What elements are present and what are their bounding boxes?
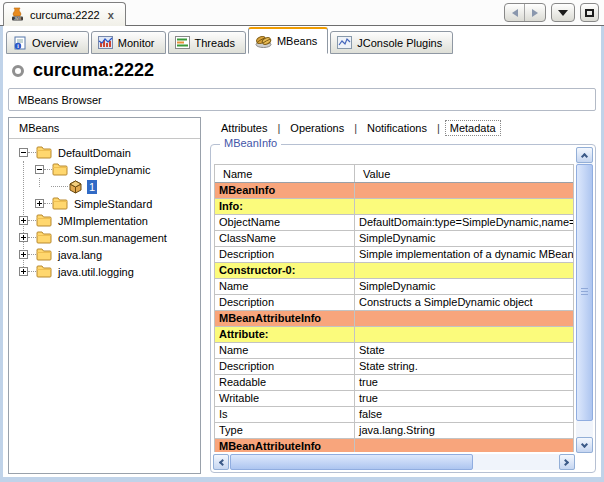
cell-value: false	[355, 407, 573, 422]
folder-icon	[36, 214, 52, 227]
table-row[interactable]: Info:	[215, 199, 573, 215]
table-row[interactable]: Readabletrue	[215, 375, 573, 391]
tree-branch-line	[44, 169, 52, 170]
tree-item-label[interactable]: SimpleStandard	[72, 197, 154, 211]
table-row[interactable]: Isfalse	[215, 407, 573, 423]
column-header-value[interactable]: Value	[355, 165, 573, 182]
tree-branch-line	[28, 220, 36, 221]
table-row[interactable]: NameSimpleDynamic	[215, 279, 573, 295]
scroll-left-button[interactable]	[213, 454, 229, 470]
mbean-detail-panel: Attributes|Operations|Notifications|Meta…	[207, 117, 599, 474]
cell-value: Simple implementation of a dynamic MBean…	[355, 247, 573, 262]
window-controls	[504, 3, 599, 22]
scroll-up-button[interactable]	[576, 147, 593, 163]
expand-icon[interactable]	[19, 267, 28, 276]
tab-label: JConsole Plugins	[357, 37, 442, 49]
table-row[interactable]: Constructor-0:	[215, 263, 573, 279]
detail-tab-metadata[interactable]: Metadata	[445, 120, 501, 136]
table-row[interactable]: ClassNameSimpleDynamic	[215, 231, 573, 247]
table-row[interactable]: DescriptionState string.	[215, 359, 573, 375]
tree-item-com-sun-management[interactable]: com.sun.management	[9, 229, 200, 246]
main-tab-bar: iOverviewMonitorThreadsMBeansJConsole Pl…	[6, 27, 455, 54]
tree-item-label[interactable]: 1	[87, 180, 97, 194]
mdi-tab-strip: JMX curcuma:2222 x	[0, 0, 604, 26]
chevron-up-icon	[581, 153, 588, 160]
tree-branch-line	[28, 254, 36, 255]
tree-item-java-lang[interactable]: java.lang	[9, 246, 200, 263]
mdi-tab-title: curcuma:2222	[30, 9, 100, 21]
tree-item-label[interactable]: java.lang	[56, 248, 104, 262]
scroll-right-button[interactable]	[559, 454, 575, 470]
expand-icon[interactable]	[19, 233, 28, 242]
tab-jconsole-plugins[interactable]: JConsole Plugins	[330, 31, 453, 54]
tree-item-label[interactable]: JMImplementation	[56, 214, 150, 228]
chevron-down-icon	[558, 10, 568, 16]
tree-item-jmimplementation[interactable]: JMImplementation	[9, 212, 200, 229]
vertical-scrollbar[interactable]	[576, 147, 593, 453]
table-row[interactable]: ObjectNameDefaultDomain:type=SimpleDynam…	[215, 215, 573, 231]
table-row[interactable]: MBeanAttributeInfo	[215, 439, 573, 452]
column-header-name[interactable]: Name	[215, 165, 355, 182]
chevron-left-icon	[219, 458, 226, 465]
mbeaninfo-box: MBeanInfo Name Value MBeanInfoInfo:Objec…	[210, 144, 596, 473]
table-row[interactable]: NameState	[215, 343, 573, 359]
cell-value: true	[355, 375, 573, 390]
expand-icon[interactable]	[19, 250, 28, 259]
detail-tab-attributes[interactable]: Attributes	[216, 120, 272, 136]
cell-name: Info:	[215, 199, 355, 214]
collapse-icon[interactable]	[35, 165, 44, 174]
cell-value: State string.	[355, 359, 573, 374]
cell-value: SimpleDynamic	[355, 279, 573, 294]
table-row[interactable]: MBeanAttributeInfo	[215, 311, 573, 327]
tree-item-simpledynamic[interactable]: SimpleDynamic	[9, 161, 200, 178]
cell-value: State	[355, 343, 573, 358]
collapse-icon[interactable]	[19, 148, 28, 157]
scroll-down-button[interactable]	[576, 437, 593, 453]
detail-tab-bar: Attributes|Operations|Notifications|Meta…	[207, 117, 599, 139]
expand-icon[interactable]	[19, 216, 28, 225]
detail-tab-notifications[interactable]: Notifications	[362, 120, 432, 136]
table-row[interactable]: Writabletrue	[215, 391, 573, 407]
mbeans-icon	[255, 34, 272, 48]
navigation-buttons	[504, 3, 546, 22]
tree-item-java-util-logging[interactable]: java.util.logging	[9, 263, 200, 280]
table-row[interactable]: DescriptionSimple implementation of a dy…	[215, 247, 573, 263]
horizontal-scrollbar-thumb[interactable]	[230, 454, 473, 470]
back-button[interactable]	[505, 4, 525, 21]
vertical-scrollbar-thumb[interactable]	[576, 164, 593, 421]
folder-icon	[36, 146, 52, 159]
tree-item-label[interactable]: DefaultDomain	[56, 146, 133, 160]
horizontal-scrollbar[interactable]	[213, 454, 575, 470]
tab-label: Monitor	[118, 37, 155, 49]
restore-menu-button[interactable]	[551, 3, 575, 22]
table-row[interactable]: Attribute:	[215, 327, 573, 343]
close-icon[interactable]: x	[106, 9, 116, 21]
cell-name: MBeanAttributeInfo	[215, 439, 355, 452]
tree-item-label[interactable]: SimpleDynamic	[72, 163, 152, 177]
tree-item-simplestandard[interactable]: SimpleStandard	[9, 195, 200, 212]
table-row[interactable]: DescriptionConstructs a SimpleDynamic ob…	[215, 295, 573, 311]
cell-value: java.lang.String	[355, 423, 573, 438]
cell-name: Type	[215, 423, 355, 438]
table-row[interactable]: Typejava.lang.String	[215, 423, 573, 439]
tab-mbeans[interactable]: MBeans	[248, 27, 328, 54]
table-row[interactable]: MBeanInfo	[215, 183, 573, 199]
tab-overview[interactable]: iOverview	[6, 31, 89, 54]
tab-threads[interactable]: Threads	[168, 31, 246, 54]
chevron-right-icon	[562, 458, 569, 465]
detail-tab-operations[interactable]: Operations	[285, 120, 349, 136]
expand-icon[interactable]	[35, 199, 44, 208]
cell-name: MBeanAttributeInfo	[215, 311, 355, 326]
tree-item-label[interactable]: java.util.logging	[56, 265, 136, 279]
tree-item-label[interactable]: com.sun.management	[56, 231, 169, 245]
tree-item-1[interactable]: 1	[9, 178, 200, 195]
tree-item-defaultdomain[interactable]: DefaultDomain	[9, 144, 200, 161]
tab-monitor[interactable]: Monitor	[91, 31, 166, 54]
forward-arrow-icon	[532, 9, 538, 17]
mdi-connection-tab[interactable]: JMX curcuma:2222 x	[3, 2, 126, 26]
mbeans-tree-panel: MBeans DefaultDomainSimpleDynamic1Simple…	[8, 117, 201, 474]
forward-button[interactable]	[525, 4, 545, 21]
maximize-button[interactable]	[580, 3, 599, 22]
cell-name: Description	[215, 295, 355, 310]
cell-value: DefaultDomain:type=SimpleDynamic,name=1	[355, 215, 573, 230]
